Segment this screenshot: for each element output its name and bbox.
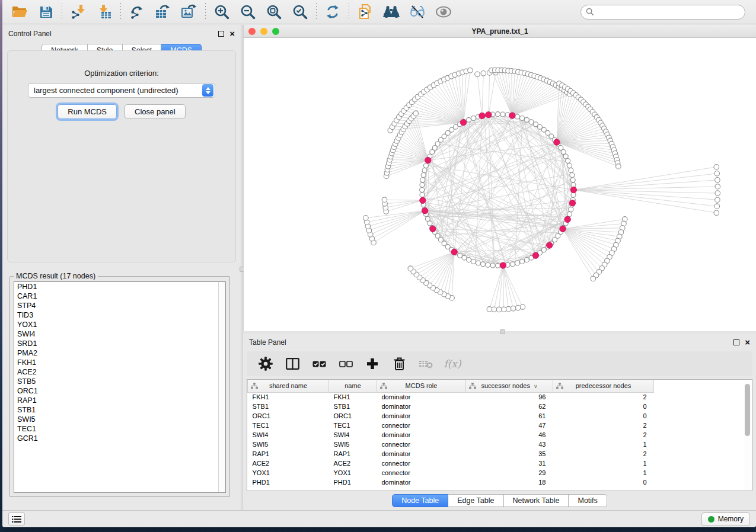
table-row[interactable]: ACE2ACE2connector311 — [248, 459, 654, 468]
column-header-successor-nodes[interactable]: successor nodes∨ — [466, 380, 553, 392]
function-builder-icon: f(x) — [445, 357, 460, 371]
show-eye-icon[interactable] — [432, 2, 455, 21]
mcds-result-list[interactable]: PHD1CAR1STP4TID3YOX1SWI4SRD1PMA2FKH1ACE2… — [14, 281, 226, 493]
mcds-result-item[interactable]: ACE2 — [14, 367, 225, 377]
status-bar: Memory — [2, 510, 756, 527]
add-row-icon[interactable] — [365, 357, 379, 371]
window-close-button[interactable] — [248, 28, 256, 35]
control-panel: Control Panel × NetworkStyleSelectMCDS O… — [2, 25, 241, 510]
mcds-result-title: MCDS result (17 nodes) — [14, 272, 98, 280]
zoom-out-icon[interactable] — [237, 2, 259, 21]
zoom-fit-icon[interactable] — [263, 2, 285, 21]
table-row[interactable]: PHD1PHD1dominator180 — [248, 477, 654, 487]
column-header-MCDS-role[interactable]: MCDS role — [377, 380, 466, 392]
network-graph[interactable] — [244, 38, 756, 331]
mcds-result-item[interactable]: CAR1 — [14, 291, 225, 301]
task-history-button[interactable] — [8, 512, 25, 525]
table-row[interactable]: TEC1TEC1connector472 — [248, 421, 654, 430]
toolbar-group — [210, 2, 311, 21]
cell: ACE2 — [329, 459, 377, 468]
select-stepper-icon — [202, 84, 213, 97]
table-row[interactable]: STB1STB1dominator620 — [248, 402, 654, 411]
save-icon[interactable] — [34, 2, 57, 21]
column-header-predecessor-nodes[interactable]: predecessor nodes — [553, 380, 654, 392]
cell: 1 — [553, 468, 654, 477]
memory-button[interactable]: Memory — [701, 512, 750, 526]
table-row[interactable]: ORC1ORC1dominator610 — [248, 411, 654, 421]
open-folder-icon[interactable] — [8, 2, 31, 21]
mcds-result-group: MCDS result (17 nodes) PHD1CAR1STP4TID3Y… — [9, 276, 230, 497]
cell: YOX1 — [248, 468, 329, 477]
cell: 0 — [553, 411, 654, 421]
refresh-icon[interactable] — [321, 2, 344, 21]
scrollbar-thumb[interactable] — [745, 384, 750, 436]
cell: dominator — [377, 392, 466, 402]
mcds-result-item[interactable]: YOX1 — [14, 320, 225, 329]
select-all-icon[interactable] — [312, 357, 326, 371]
mcds-result-item[interactable]: STB5 — [14, 377, 225, 386]
table-row[interactable]: YOX1YOX1connector291 — [248, 468, 654, 477]
table-scrollbar[interactable] — [744, 380, 751, 490]
zoom-in-icon[interactable] — [210, 2, 233, 21]
column-header-name[interactable]: name — [329, 380, 377, 392]
hide-glasses-icon[interactable] — [406, 2, 429, 21]
mcds-result-item[interactable]: FKH1 — [14, 358, 225, 367]
mcds-result-item[interactable]: PHD1 — [14, 282, 225, 291]
split-columns-icon[interactable] — [285, 357, 299, 371]
table-row[interactable]: SWI4SWI4dominator462 — [248, 430, 654, 440]
optimization-criterion-select[interactable]: largest connected component (undirected) — [28, 83, 215, 98]
result-list-scrollbar[interactable] — [218, 282, 225, 492]
tab-network-table[interactable]: Network Table — [504, 494, 569, 507]
table-toolbar: f(x) — [247, 351, 752, 376]
mcds-result-item[interactable]: TEC1 — [14, 424, 225, 434]
table-row[interactable]: SWI5SWI5connector431 — [248, 440, 654, 449]
toolbar-separator — [349, 3, 349, 21]
window-zoom-button[interactable] — [272, 28, 279, 35]
float-panel-icon[interactable] — [733, 339, 739, 345]
cell: ORC1 — [329, 411, 377, 421]
horizontal-splitter[interactable] — [243, 331, 756, 334]
deselect-all-icon[interactable] — [339, 357, 353, 371]
mcds-result-item[interactable]: RAP1 — [14, 396, 225, 405]
settings-gear-icon[interactable] — [259, 357, 273, 371]
close-panel-icon[interactable]: × — [745, 339, 750, 345]
binoculars-icon[interactable] — [380, 2, 403, 21]
mcds-result-item[interactable]: TID3 — [14, 310, 225, 320]
table-row[interactable]: RAP1RAP1dominator352 — [248, 449, 654, 459]
cell: FKH1 — [248, 392, 329, 402]
import-network-icon[interactable] — [67, 2, 90, 21]
column-header-shared-name[interactable]: shared name — [248, 380, 329, 392]
mcds-result-item[interactable]: STP4 — [14, 301, 225, 310]
application-window: Control Panel × NetworkStyleSelectMCDS O… — [2, 0, 756, 527]
table-row[interactable]: FKH1FKH1dominator962 — [248, 392, 654, 402]
mcds-result-item[interactable]: SWI5 — [14, 415, 225, 424]
run-mcds-button[interactable]: Run MCDS — [58, 104, 117, 119]
import-table-icon[interactable] — [93, 2, 116, 21]
mcds-result-item[interactable]: ORC1 — [14, 386, 225, 396]
close-panel-icon[interactable]: × — [229, 31, 235, 37]
tab-edge-table[interactable]: Edge Table — [448, 494, 503, 507]
network-canvas[interactable] — [244, 38, 756, 331]
vertical-splitter[interactable] — [241, 25, 243, 510]
mcds-result-item[interactable]: PMA2 — [14, 348, 225, 358]
search-input[interactable] — [580, 5, 745, 20]
export-table-icon[interactable] — [152, 2, 174, 21]
export-image-icon[interactable] — [178, 2, 200, 21]
close-panel-button[interactable]: Close panel — [125, 104, 186, 119]
mcds-result-item[interactable]: STB1 — [14, 405, 225, 415]
export-network-icon[interactable] — [126, 2, 148, 21]
cell: SWI4 — [329, 430, 377, 440]
clone-network-icon[interactable] — [354, 2, 377, 21]
criterion-selected-value: largest connected component (undirected) — [28, 86, 202, 95]
mcds-result-item[interactable]: GCR1 — [14, 434, 225, 443]
toolbar-separator — [120, 3, 121, 21]
window-minimize-button[interactable] — [260, 28, 267, 35]
mcds-result-item[interactable]: SRD1 — [14, 339, 225, 348]
mcds-result-item[interactable]: SWI4 — [14, 329, 225, 339]
zoom-selected-icon[interactable] — [289, 2, 311, 21]
float-panel-icon[interactable] — [218, 31, 224, 37]
splitter-handle[interactable] — [500, 329, 505, 334]
delete-row-icon[interactable] — [392, 357, 406, 371]
tab-motifs[interactable]: Motifs — [569, 494, 607, 507]
tab-node-table[interactable]: Node Table — [392, 494, 448, 507]
